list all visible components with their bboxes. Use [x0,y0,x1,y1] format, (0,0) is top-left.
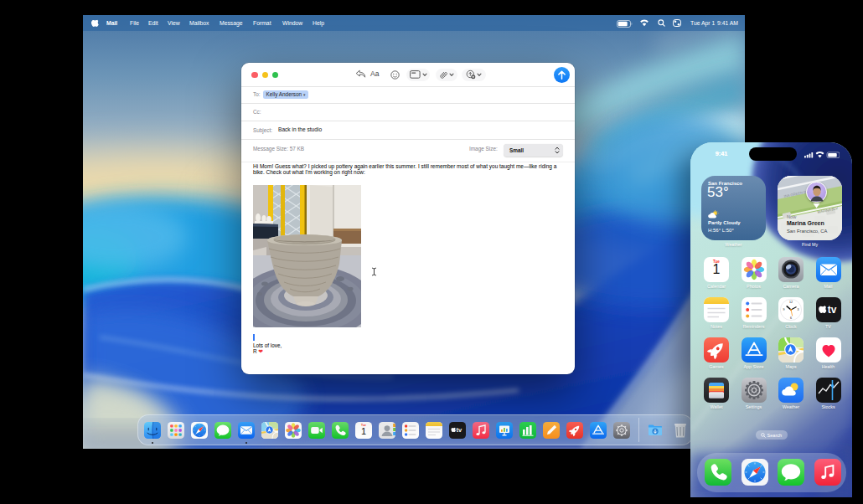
svg-text:9: 9 [783,308,784,311]
svg-text:6: 6 [790,316,792,320]
svg-text:12: 12 [789,301,793,304]
svg-text:3: 3 [798,308,799,311]
svg-text:tv: tv [457,426,463,434]
svg-text:tv: tv [827,304,836,316]
